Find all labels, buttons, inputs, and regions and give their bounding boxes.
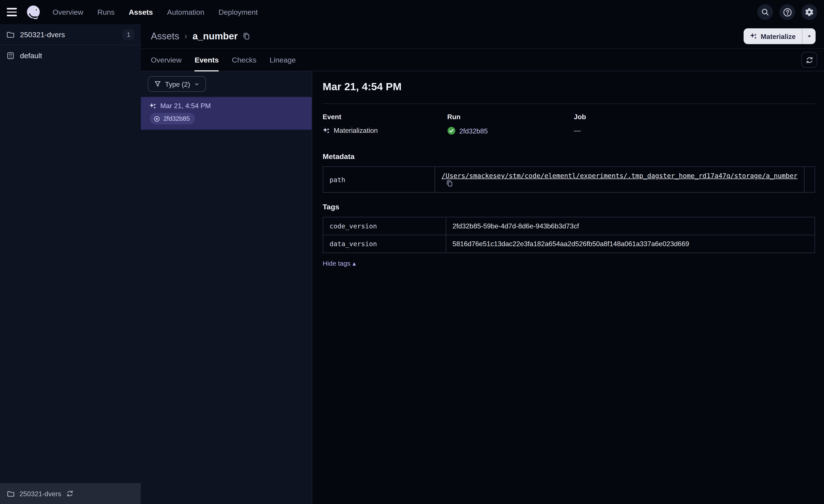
copy-icon <box>242 32 251 40</box>
chevron-down-icon <box>194 81 200 87</box>
page-title: a_number <box>193 31 238 42</box>
sidebar-item-code-location[interactable]: 250321-dvers 1 <box>0 24 141 45</box>
page-header: Assets › a_number Materialize <box>141 24 824 49</box>
type-filter-label: Type (2) <box>165 80 190 88</box>
run-success-icon <box>447 127 456 135</box>
metadata-table: path /Users/smackesey/stm/code/elementl/… <box>323 166 815 193</box>
table-row: data_version 5816d76e51c13dac22e3fa182a6… <box>323 235 815 253</box>
help-button[interactable] <box>780 4 795 20</box>
event-column: Event Materialization <box>323 113 447 135</box>
materialize-dropdown-button[interactable] <box>802 28 816 44</box>
hide-tags-label: Hide tags <box>323 260 350 267</box>
settings-button[interactable] <box>802 4 817 20</box>
event-timestamp: Mar 21, 4:54 PM <box>160 102 211 110</box>
filter-row: Type (2) <box>141 72 312 97</box>
sidebar-item-group-default[interactable]: default <box>0 45 141 66</box>
materialization-sparkle-icon <box>323 127 330 134</box>
tags-table: code_version 2fd32b85-59be-4d7d-8d6e-943… <box>323 217 815 253</box>
asset-group-icon <box>6 51 15 60</box>
run-column-header: Run <box>447 113 574 121</box>
content-area: Assets › a_number Materialize <box>141 24 824 504</box>
divider <box>323 103 815 104</box>
dagster-logo[interactable] <box>25 4 41 20</box>
tags-section: Tags code_version 2fd32b85-59be-4d7d-8d6… <box>323 203 815 268</box>
folder-icon <box>6 30 15 39</box>
table-row: code_version 2fd32b85-59be-4d7d-8d6e-943… <box>323 217 815 235</box>
octopus-logo-icon <box>25 4 41 20</box>
run-status-icon <box>153 115 161 122</box>
nav-link-assets[interactable]: Assets <box>129 8 153 16</box>
caret-up-icon: ▴ <box>352 259 356 267</box>
event-list-item-selected[interactable]: Mar 21, 4:54 PM 2fd32b85 <box>141 97 312 130</box>
tag-key: code_version <box>323 217 446 235</box>
event-column-header: Event <box>323 113 447 121</box>
metadata-heading: Metadata <box>323 152 815 161</box>
nav-link-automation[interactable]: Automation <box>167 8 204 16</box>
footer-code-location-label: 250321-dvers <box>19 490 61 497</box>
sidebar-footer: 250321-dvers <box>0 483 141 504</box>
tag-value: 5816d76e51c13dac22e3fa182a654aa2d526fb50… <box>446 235 815 253</box>
copy-icon <box>446 179 453 187</box>
tab-overview[interactable]: Overview <box>151 49 182 71</box>
run-id-link[interactable]: 2fd32b85 <box>459 127 488 135</box>
job-value: — <box>574 127 581 134</box>
breadcrumb-assets-link[interactable]: Assets <box>151 31 179 42</box>
folder-icon <box>7 490 15 497</box>
metadata-action-cell <box>804 167 815 193</box>
event-detail-panel: Mar 21, 4:54 PM Event Materialization <box>312 72 824 504</box>
asset-count-badge: 1 <box>122 28 134 40</box>
breadcrumb: Assets › a_number <box>151 31 251 42</box>
tab-bar: Overview Events Checks Lineage <box>141 49 824 72</box>
type-filter-button[interactable]: Type (2) <box>148 76 206 92</box>
nav-link-runs[interactable]: Runs <box>97 8 114 16</box>
events-list-panel: Type (2) Mar 21, 4:54 PM <box>141 72 312 504</box>
table-row: path /Users/smackesey/stm/code/elementl/… <box>323 167 815 193</box>
metadata-path-link[interactable]: /Users/smackesey/stm/code/elementl/exper… <box>442 172 798 179</box>
nav-link-overview[interactable]: Overview <box>53 8 83 16</box>
help-icon <box>783 8 792 16</box>
copy-path-button[interactable] <box>446 179 453 187</box>
materialize-label: Materialize <box>761 32 796 40</box>
tag-key: data_version <box>323 235 446 253</box>
event-type-value: Materialization <box>334 127 378 134</box>
tab-events[interactable]: Events <box>195 49 219 71</box>
group-label: default <box>20 51 42 60</box>
sync-icon <box>66 490 73 497</box>
breadcrumb-separator: › <box>185 31 187 41</box>
materialize-button[interactable]: Materialize <box>743 28 802 44</box>
job-column: Job — <box>574 113 815 135</box>
tag-value: 2fd32b85-59be-4d7d-8d6e-943b6b3d73cf <box>446 217 815 235</box>
filter-funnel-icon <box>154 80 161 88</box>
code-location-label: 250321-dvers <box>20 30 65 39</box>
tags-heading: Tags <box>323 203 815 211</box>
hide-tags-button[interactable]: Hide tags ▴ <box>323 259 356 267</box>
gear-icon <box>805 8 814 16</box>
nav-links: Overview Runs Assets Automation Deployme… <box>53 8 258 16</box>
refresh-icon <box>805 56 813 64</box>
sidebar: 250321-dvers 1 default 250321-dvers <box>0 24 141 504</box>
caret-down-icon <box>806 33 812 39</box>
materialize-split-button: Materialize <box>743 28 816 44</box>
menu-icon[interactable] <box>7 5 22 19</box>
tab-lineage[interactable]: Lineage <box>270 49 296 71</box>
materialization-sparkle-icon <box>149 102 157 109</box>
dagster-app: Overview Runs Assets Automation Deployme… <box>0 0 824 504</box>
refresh-button[interactable] <box>802 52 817 68</box>
nav-actions <box>757 4 817 20</box>
event-detail-title: Mar 21, 4:54 PM <box>323 81 815 93</box>
search-icon <box>761 8 769 16</box>
tab-checks[interactable]: Checks <box>232 49 256 71</box>
run-column: Run 2fd32b85 <box>447 113 574 135</box>
event-run-badge[interactable]: 2fd32b85 <box>150 113 195 124</box>
job-column-header: Job <box>574 113 815 121</box>
copy-asset-name-button[interactable] <box>242 32 251 40</box>
event-run-id: 2fd32b85 <box>164 115 190 122</box>
sparkle-icon <box>750 32 757 40</box>
event-summary-grid: Event Materialization Run <box>323 113 815 135</box>
search-button[interactable] <box>757 4 773 20</box>
nav-link-deployment[interactable]: Deployment <box>218 8 258 16</box>
reload-location-button[interactable] <box>66 490 73 497</box>
metadata-key: path <box>323 167 435 193</box>
top-nav: Overview Runs Assets Automation Deployme… <box>0 0 824 24</box>
